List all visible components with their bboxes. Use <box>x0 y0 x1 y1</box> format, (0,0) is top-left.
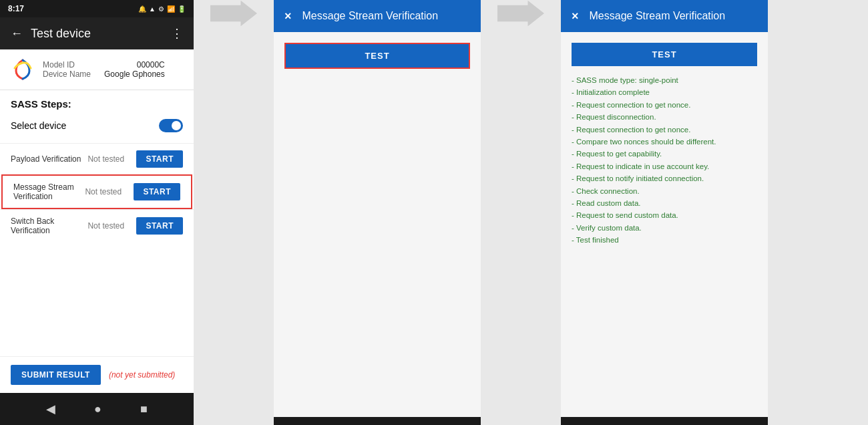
log-line-13: - Test finished <box>572 234 757 246</box>
app-logo <box>11 57 35 82</box>
svg-marker-1 <box>497 1 544 27</box>
model-id-label: Model ID <box>43 60 75 69</box>
arrow-1-icon <box>210 0 257 27</box>
step-status-payload: Not tested <box>87 154 131 164</box>
notification-icon: 🔔 <box>138 5 146 13</box>
test-button-2[interactable]: TEST <box>572 43 757 66</box>
battery-icon: 🔋 <box>178 5 186 13</box>
log-line-4: - Request connection to get nonce. <box>572 124 757 136</box>
sass-section: SASS Steps: Select device <box>0 90 194 143</box>
arrow-2-container <box>481 0 561 27</box>
step-name-message-stream: Message Stream Verification <box>13 182 79 201</box>
app-bar: ← Test device ⋮ <box>0 17 194 49</box>
status-bar: 8:17 🔔 ▲ ⚙ 📶 🔋 <box>0 0 194 17</box>
model-id-row: Model ID 00000C <box>43 60 165 69</box>
dialog-footer-1 <box>274 417 481 425</box>
start-button-payload[interactable]: START <box>136 150 183 168</box>
log-line-2: - Request connection to get nonce. <box>572 99 757 111</box>
steps-list: Payload Verification Not tested START Me… <box>0 143 194 356</box>
svg-marker-0 <box>210 1 257 27</box>
wifi-icon: ▲ <box>149 5 156 13</box>
model-id-value: 00000C <box>137 60 165 69</box>
dialog-panel-2: × Message Stream Verification TEST - SAS… <box>561 0 768 425</box>
submit-section: SUBMIT RESULT (not yet submitted) <box>0 356 194 393</box>
device-info: Model ID 00000C Device Name Google Gphon… <box>0 49 194 90</box>
phone-content: ← Test device ⋮ Model ID 00000C Device N… <box>0 17 194 393</box>
step-name-payload: Payload Verification <box>11 154 82 164</box>
start-button-message-stream[interactable]: START <box>134 183 180 200</box>
submit-result-button[interactable]: SUBMIT RESULT <box>11 365 101 385</box>
settings-icon: ⚙ <box>158 5 164 13</box>
phone-nav: ◀ ● ■ <box>0 393 194 425</box>
dialog-panel-1: × Message Stream Verification TEST <box>274 0 481 425</box>
log-line-0: - SASS mode type: single-point <box>572 74 757 86</box>
dialog-title-1: Message Stream Verification <box>302 10 470 22</box>
test-btn-wrapper-highlighted-1: TEST <box>284 43 470 69</box>
log-line-10: - Read custom data. <box>572 197 757 209</box>
step-row-message-stream: Message Stream Verification Not tested S… <box>1 174 192 209</box>
app-bar-left: ← Test device <box>11 27 91 41</box>
back-nav-button[interactable]: ◀ <box>41 396 61 422</box>
app-bar-title: Test device <box>31 27 91 41</box>
log-line-1: - Initialization complete <box>572 86 757 98</box>
log-lines: - SASS mode type: single-point- Initiali… <box>572 74 757 246</box>
arrow-1-container <box>194 0 274 27</box>
device-name-row: Device Name Google Gphones <box>43 69 165 79</box>
recents-nav-button[interactable]: ■ <box>135 397 153 422</box>
dialog-header-1: × Message Stream Verification <box>274 0 481 32</box>
step-row-switch-back: Switch Back Verification Not tested STAR… <box>0 209 194 242</box>
sass-title: SASS Steps: <box>11 98 183 110</box>
close-button-2[interactable]: × <box>572 9 579 23</box>
dialog-body-1: TEST <box>274 32 481 417</box>
status-time: 8:17 <box>8 4 24 13</box>
log-line-9: - Check connection. <box>572 185 757 197</box>
log-line-8: - Request to notify initiated connection… <box>572 172 757 184</box>
signal-icon: 📶 <box>167 5 175 13</box>
test-button-1[interactable]: TEST <box>286 44 469 67</box>
close-button-1[interactable]: × <box>284 9 292 23</box>
dialog-header-2: × Message Stream Verification <box>561 0 768 32</box>
step-status-message-stream: Not tested <box>85 187 128 196</box>
select-device-label: Select device <box>11 120 66 131</box>
select-device-row: Select device <box>11 115 183 138</box>
home-nav-button[interactable]: ● <box>89 397 107 422</box>
start-button-switch-back[interactable]: START <box>136 217 183 235</box>
dialog-title-2: Message Stream Verification <box>590 10 757 22</box>
back-icon[interactable]: ← <box>11 27 23 41</box>
more-icon[interactable]: ⋮ <box>171 26 183 41</box>
step-name-switch-back: Switch Back Verification <box>11 217 82 235</box>
dialog-body-2: TEST - SASS mode type: single-point- Ini… <box>561 32 768 417</box>
device-name-label: Device Name <box>43 69 91 79</box>
select-device-toggle[interactable] <box>159 119 183 132</box>
device-details: Model ID 00000C Device Name Google Gphon… <box>43 60 165 79</box>
log-line-5: - Compare two nonces should be different… <box>572 136 757 148</box>
log-line-11: - Request to send custom data. <box>572 209 757 221</box>
step-row-payload: Payload Verification Not tested START <box>0 143 194 174</box>
step-status-switch-back: Not tested <box>87 221 131 231</box>
log-line-6: - Request to get capability. <box>572 148 757 160</box>
device-name-value: Google Gphones <box>104 69 165 79</box>
log-line-7: - Request to indicate in use account key… <box>572 160 757 172</box>
dialog-footer-2 <box>561 417 768 425</box>
log-line-3: - Request disconnection. <box>572 111 757 123</box>
arrow-2-icon <box>497 0 544 27</box>
not-submitted-text: (not yet submitted) <box>109 370 175 380</box>
phone-panel: 8:17 🔔 ▲ ⚙ 📶 🔋 ← Test device ⋮ <box>0 0 194 425</box>
log-line-12: - Verify custom data. <box>572 222 757 234</box>
status-icons: 🔔 ▲ ⚙ 📶 🔋 <box>138 5 186 13</box>
